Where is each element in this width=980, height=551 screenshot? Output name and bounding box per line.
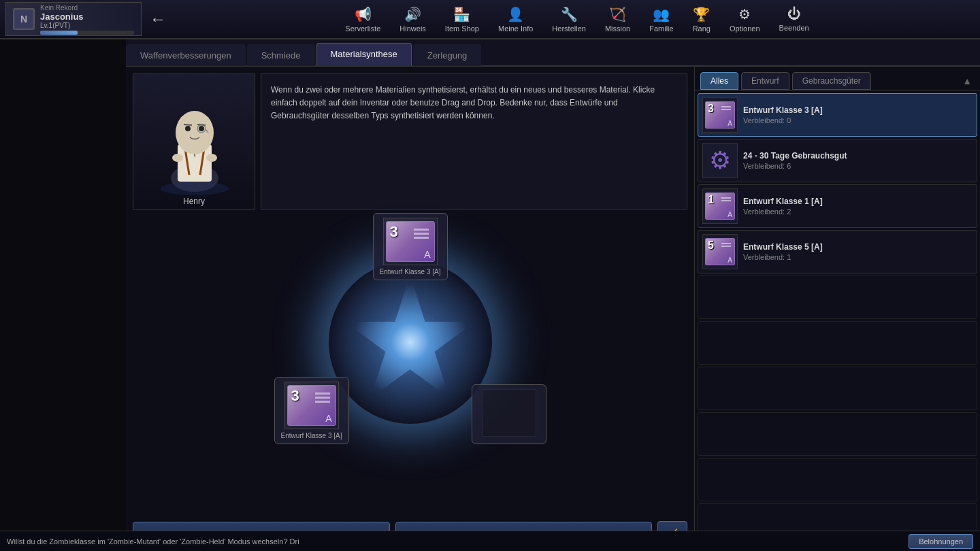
item4-letter: A: [728, 256, 732, 264]
svg-point-14: [206, 154, 217, 162]
bp-line: [414, 233, 429, 235]
bp-line-sm: [721, 106, 731, 107]
nav-beenden[interactable]: ⏻ Beenden: [772, 3, 816, 35]
main-panel: Waffenverbesserungen Schmiede Materialsy…: [126, 39, 980, 551]
blueprint-sm-4: 5 A: [705, 238, 735, 265]
gear-icon: ⚙: [709, 146, 731, 175]
player-xp-bar: [40, 31, 134, 35]
player-info: N Kein Rekord Jasconius Lv.1(PVT): [5, 2, 142, 36]
bp-line-sm: [721, 243, 731, 244]
inventory-empty-2: [698, 321, 977, 365]
player-name: Jasconius: [40, 12, 134, 22]
player-level: Lv.1(PVT): [40, 22, 134, 29]
item3-details: Entwurf Klasse 1 [A] Verbleibend: 2: [743, 197, 973, 216]
nav-optionen[interactable]: ⚙ Optionen: [723, 3, 767, 35]
item4-details: Entwurf Klasse 5 [A] Verbleibend: 1: [743, 242, 973, 261]
statusbar: Willst du die Zombieklasse im 'Zombie-Mu…: [0, 531, 980, 551]
nav-serverliste-label: Serverliste: [345, 24, 380, 33]
svg-point-13: [172, 154, 183, 162]
bp-line: [315, 401, 330, 403]
familie-icon: 👥: [653, 6, 670, 22]
rewards-button[interactable]: Belohnungen: [909, 534, 973, 549]
inventory-item-3[interactable]: 1 A Entwurf Klasse 1 [A] Verbleibend: 2: [698, 184, 977, 228]
nav-familie[interactable]: 👥 Familie: [642, 3, 680, 35]
filter-tab-alles[interactable]: Alles: [700, 72, 738, 90]
inventory-scroll[interactable]: 3 A Entwurf Klasse 3 [A] Verbleibend: 0: [695, 90, 980, 551]
item1-details: Entwurf Klasse 3 [A] Verbleibend: 0: [743, 105, 973, 124]
item3-number: 1: [708, 194, 714, 206]
blueprint-card-top: 3 A: [386, 221, 435, 262]
item4-remaining: Verbleibend: 1: [743, 253, 973, 261]
item3-name: Entwurf Klasse 1 [A]: [743, 197, 973, 206]
item4-icon: 5 A: [702, 234, 738, 269]
item2-icon: ⚙: [702, 143, 738, 178]
item4-number: 5: [708, 239, 714, 252]
bp-line-sm: [721, 197, 731, 199]
tab-schmiede[interactable]: Schmiede: [247, 44, 315, 66]
status-text: Willst du die Zombieklasse im 'Zombie-Mu…: [7, 537, 902, 546]
bp-line-sm: [721, 200, 731, 201]
inventory-item-4[interactable]: 5 A Entwurf Klasse 5 [A] Verbleibend: 1: [698, 230, 977, 273]
blueprint-lines: [414, 229, 429, 239]
nav-herstellen[interactable]: 🔧 Herstellen: [545, 3, 593, 35]
tab-materialsynthese[interactable]: Materialsynthese: [316, 43, 412, 66]
scroll-indicator: ▲: [962, 72, 975, 90]
beenden-icon: ⏻: [787, 6, 801, 22]
right-panel: Alles Entwurf Gebrauchsgüter ▲ 3: [694, 67, 980, 551]
item3-remaining: Verbleibend: 2: [743, 207, 973, 216]
nav-mission[interactable]: 🏹 Mission: [598, 3, 637, 35]
item1-letter: A: [728, 120, 732, 127]
rang-icon: 🏆: [693, 6, 710, 22]
item1-name: Entwurf Klasse 3 [A]: [743, 105, 973, 115]
tab-zerlegung[interactable]: Zerlegung: [413, 44, 482, 66]
nav-back-button[interactable]: ←: [142, 10, 174, 29]
mission-icon: 🏹: [609, 6, 626, 22]
nav-meineinfo[interactable]: 👤 Meine Info: [491, 3, 540, 35]
serverliste-icon: 📢: [355, 6, 372, 22]
bp-line: [414, 229, 429, 231]
blueprint-sm-1: 3 A: [705, 101, 735, 129]
item1-icon: 3 A: [702, 97, 738, 133]
nav-serverliste[interactable]: 📢 Serverliste: [338, 3, 387, 35]
inventory-empty-1: [698, 276, 977, 319]
itemshop-icon: 🏪: [453, 6, 470, 22]
slot-right-item: [482, 389, 536, 437]
slot-left-label: Entwurf Klasse 3 [A]: [279, 432, 344, 439]
filter-tab-entwurf[interactable]: Entwurf: [741, 72, 789, 90]
svg-rect-6: [190, 142, 199, 148]
npc-description: Wenn du zwei oder mehrere Materialien sy…: [261, 73, 687, 210]
tabs-bar: Waffenverbesserungen Schmiede Materialsy…: [126, 39, 980, 67]
player-record: Kein Rekord: [40, 4, 134, 12]
blueprint-sm-3: 1 A: [705, 193, 735, 220]
nav-hinweis[interactable]: 🔊 Hinweis: [393, 3, 433, 35]
herstellen-icon: 🔧: [561, 6, 578, 22]
bp-line: [315, 393, 330, 395]
npc-section: Henry Wenn du zwei oder mehrere Material…: [133, 73, 687, 210]
bp-lines-sm: [721, 106, 731, 110]
item2-details: 24 - 30 Tage Gebrauchsgut Verbleibend: 6: [743, 151, 973, 170]
npc-figure: [140, 86, 249, 195]
slot-right[interactable]: [472, 384, 546, 444]
nav-rang[interactable]: 🏆 Rang: [686, 3, 717, 35]
item4-name: Entwurf Klasse 5 [A]: [743, 242, 973, 252]
nav-itemshop[interactable]: 🏪 Item Shop: [438, 3, 486, 35]
blueprint-card-left: 3 A: [287, 385, 336, 426]
inventory-item-2[interactable]: ⚙ 24 - 30 Tage Gebrauchsgut Verbleibend:…: [698, 139, 977, 182]
npc-portrait: Henry: [133, 73, 255, 210]
filter-tab-gebrauchsgueter[interactable]: Gebrauchsgüter: [792, 72, 871, 90]
nav-familie-label: Familie: [649, 24, 673, 33]
svg-point-15: [161, 182, 229, 195]
inventory-empty-4: [698, 412, 977, 456]
slot-left[interactable]: 3 A Entwurf Klasse 3 [A]: [274, 377, 349, 444]
bp-line-sm: [721, 109, 731, 110]
item2-name: 24 - 30 Tage Gebrauchsgut: [743, 151, 973, 161]
inventory-item-1[interactable]: 3 A Entwurf Klasse 3 [A] Verbleibend: 0: [698, 93, 977, 137]
svg-line-12: [197, 124, 206, 125]
synth-circle: 3 A Entwurf Klasse 3 [A]: [288, 220, 533, 465]
bp-lines-sm4: [721, 243, 731, 247]
nav-icons: 📢 Serverliste 🔊 Hinweis 🏪 Item Shop 👤 Me…: [174, 3, 980, 35]
bp-line: [414, 237, 429, 239]
inventory-empty-5: [698, 458, 977, 501]
tab-waffenverbesserungen[interactable]: Waffenverbesserungen: [126, 44, 246, 66]
slot-top[interactable]: 3 A Entwurf Klasse 3 [A]: [373, 213, 448, 280]
